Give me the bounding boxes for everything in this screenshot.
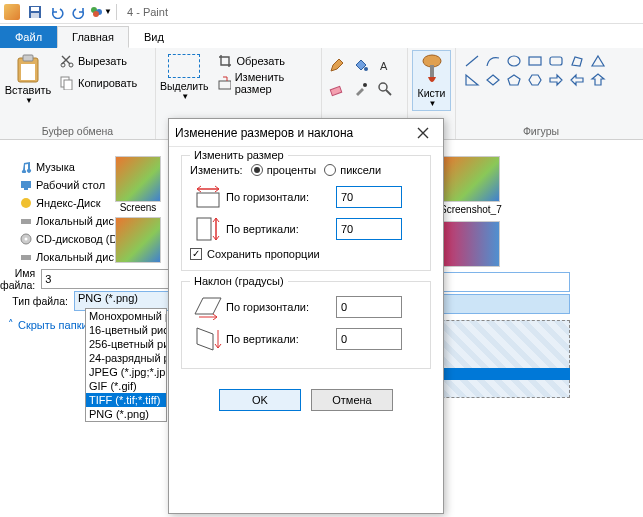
shape-curve[interactable] (483, 52, 503, 70)
keep-aspect-checkbox[interactable]: Сохранить пропорции (190, 248, 422, 260)
svg-rect-26 (21, 181, 31, 188)
format-option-selected[interactable]: TIFF (*.tif;*.tiff) (86, 393, 166, 407)
cancel-button[interactable]: Отмена (311, 389, 393, 411)
svg-rect-33 (197, 193, 219, 207)
svg-rect-12 (64, 80, 72, 90)
drive-icon (20, 251, 32, 263)
save-icon[interactable] (24, 1, 46, 23)
picker-tool[interactable] (350, 78, 372, 100)
cut-button[interactable]: Вырезать (56, 50, 141, 72)
file-thumbnails: Screens (114, 156, 162, 263)
shape-arrow-right[interactable] (546, 71, 566, 89)
resize-horiz-input[interactable] (336, 186, 402, 208)
bucket-tool[interactable] (350, 54, 372, 76)
filename-label: Имя файла: (0, 267, 41, 291)
window-title: 4 - Paint (127, 6, 168, 18)
shape-arrow-up[interactable] (588, 71, 608, 89)
shape-arrow-left[interactable] (567, 71, 587, 89)
svg-line-22 (466, 56, 478, 66)
horiz-label: По горизонтали: (226, 191, 336, 203)
group-shapes-label: Фигуры (460, 124, 622, 139)
skew-vert-input[interactable] (336, 328, 402, 350)
format-option[interactable]: 256-цветный рис (86, 337, 166, 351)
filename-input[interactable] (41, 269, 187, 289)
tab-view[interactable]: Вид (129, 26, 179, 48)
qat-customize-icon[interactable]: ▼ (90, 1, 112, 23)
svg-rect-29 (21, 219, 31, 224)
resize-button[interactable]: Изменить размер (214, 72, 317, 94)
shape-diamond[interactable] (483, 71, 503, 89)
resize-skew-dialog: Изменение размеров и наклона Изменить ра… (168, 118, 444, 514)
paste-button[interactable]: Вставить ▼ (4, 50, 52, 105)
shape-polygon[interactable] (567, 52, 587, 70)
crop-button[interactable]: Обрезать (214, 50, 317, 72)
vert-label: По вертикали: (226, 223, 336, 235)
format-option[interactable]: JPEG (*.jpg;*.jpeg) (86, 365, 166, 379)
chevron-up-icon: ˄ (8, 318, 14, 331)
svg-point-28 (21, 198, 31, 208)
svg-rect-13 (219, 81, 230, 89)
shape-roundrect[interactable] (546, 52, 566, 70)
brushes-button[interactable]: Кисти ▼ (412, 50, 451, 111)
resize-vert-icon (190, 216, 226, 242)
filetype-dropdown[interactable]: Монохромный ри 16-цветный рису 256-цветн… (85, 308, 167, 422)
shape-hexagon[interactable] (525, 71, 545, 89)
shape-right-triangle[interactable] (462, 71, 482, 89)
copy-button[interactable]: Копировать (56, 72, 141, 94)
chevron-down-icon: ▼ (429, 99, 437, 108)
skew-vert-icon (190, 326, 226, 352)
separator (116, 4, 117, 20)
close-icon (417, 127, 429, 139)
select-icon[interactable] (168, 54, 200, 78)
magnifier-tool[interactable] (374, 78, 396, 100)
hide-folders-link[interactable]: ˄Скрыть папки (8, 318, 88, 331)
svg-rect-1 (31, 7, 39, 11)
skew-horiz-input[interactable] (336, 296, 402, 318)
radio-pixels[interactable]: пиксели (324, 164, 381, 176)
resize-vert-input[interactable] (336, 218, 402, 240)
skew-horiz-label: По горизонтали: (226, 301, 336, 313)
pencil-tool[interactable] (326, 54, 348, 76)
undo-icon[interactable] (46, 1, 68, 23)
svg-rect-7 (23, 55, 33, 61)
format-option[interactable]: 16-цветный рису (86, 323, 166, 337)
eraser-tool[interactable] (326, 78, 348, 100)
svg-point-14 (364, 67, 368, 71)
thumbnail[interactable]: Screens (114, 156, 162, 263)
shape-pentagon[interactable] (504, 71, 524, 89)
resize-fieldset: Изменить размер Изменить: проценты пиксе… (181, 155, 431, 271)
svg-point-10 (69, 63, 73, 67)
thumbnail-image (440, 221, 500, 267)
scissors-icon (60, 54, 74, 68)
chevron-down-icon: ▼ (104, 7, 112, 16)
copy-icon (60, 76, 74, 90)
tab-file[interactable]: Файл (0, 26, 57, 48)
shape-rect[interactable] (525, 52, 545, 70)
svg-point-23 (508, 56, 520, 66)
skew-vert-label: По вертикали: (226, 333, 336, 345)
format-option[interactable]: Монохромный ри (86, 309, 166, 323)
clipboard-icon (14, 54, 42, 84)
brushes-label: Кисти (418, 87, 446, 99)
shapes-gallery[interactable] (460, 50, 610, 91)
format-option[interactable]: GIF (*.gif) (86, 379, 166, 393)
svg-rect-32 (21, 255, 31, 260)
thumbnail[interactable]: Screenshot_7 (440, 156, 502, 267)
format-option[interactable]: PNG (*.png) (86, 407, 166, 421)
shape-line[interactable] (462, 52, 482, 70)
svg-rect-25 (550, 57, 562, 65)
radio-percent[interactable]: проценты (251, 164, 317, 176)
thumbnail-image (115, 156, 161, 202)
svg-rect-8 (21, 64, 35, 80)
svg-rect-21 (430, 65, 434, 77)
desktop-icon (20, 179, 32, 191)
shape-oval[interactable] (504, 52, 524, 70)
group-clipboard-label: Буфер обмена (4, 124, 151, 139)
format-option[interactable]: 24-разрядный ри (86, 351, 166, 365)
ok-button[interactable]: OK (219, 389, 301, 411)
redo-icon[interactable] (68, 1, 90, 23)
close-button[interactable] (409, 123, 437, 143)
shape-triangle[interactable] (588, 52, 608, 70)
tab-home[interactable]: Главная (57, 26, 129, 48)
text-tool[interactable]: A (374, 54, 396, 76)
